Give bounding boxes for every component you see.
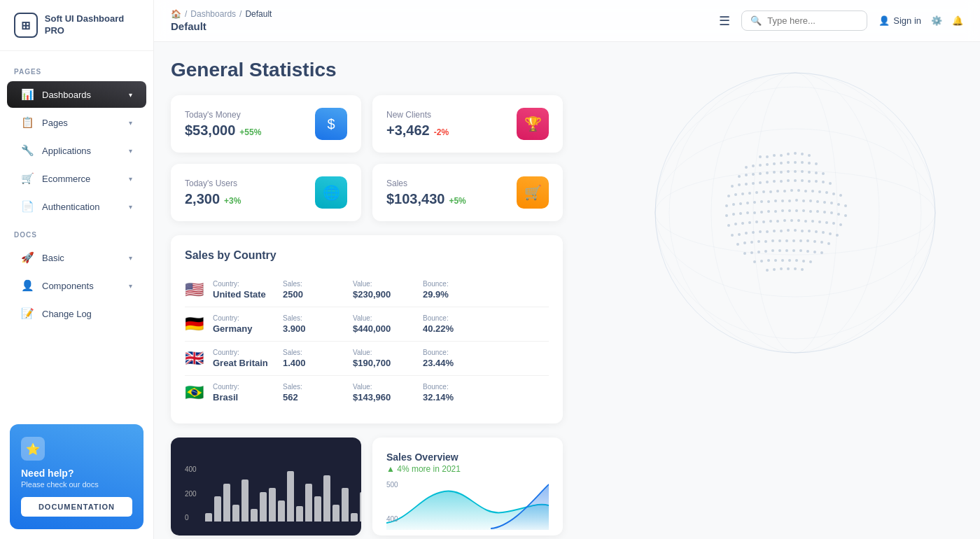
svg-point-25 bbox=[815, 162, 818, 165]
bar bbox=[223, 484, 230, 522]
sidebar-item-components[interactable]: 👤 Components ▾ bbox=[7, 272, 146, 299]
sign-in-label: Sign in bbox=[893, 15, 921, 26]
svg-point-24 bbox=[808, 162, 811, 164]
svg-point-94 bbox=[760, 211, 763, 214]
stat-label-sales: Sales bbox=[386, 178, 466, 188]
svg-point-19 bbox=[773, 162, 776, 165]
chevron-down-icon: ▾ bbox=[129, 147, 132, 155]
header: 🏠 / Dashboards / Default Default ☰ 🔍 👤 S… bbox=[154, 0, 980, 42]
home-icon: 🏠 bbox=[171, 9, 181, 19]
svg-point-166 bbox=[753, 260, 756, 263]
svg-point-153 bbox=[827, 242, 830, 245]
svg-point-6 bbox=[669, 73, 921, 353]
header-actions: 👤 Sign in ⚙️ 🔔 bbox=[878, 15, 963, 26]
svg-point-119 bbox=[811, 220, 814, 223]
svg-point-133 bbox=[794, 229, 797, 232]
svg-point-58 bbox=[755, 191, 758, 194]
sidebar-item-applications[interactable]: 🔧 Applications ▾ bbox=[7, 137, 146, 164]
bar-chart-y-200: 200 bbox=[185, 490, 197, 498]
svg-point-97 bbox=[781, 209, 784, 212]
svg-point-1 bbox=[655, 171, 935, 255]
svg-point-53 bbox=[829, 182, 832, 185]
svg-point-52 bbox=[822, 181, 825, 183]
svg-point-90 bbox=[732, 213, 735, 216]
notifications-button[interactable]: 🔔 bbox=[952, 15, 963, 26]
svg-point-7 bbox=[759, 155, 762, 158]
trophy-icon: 🏆 bbox=[524, 115, 542, 132]
svg-point-140 bbox=[736, 243, 739, 246]
svg-point-91 bbox=[739, 212, 742, 215]
svg-point-109 bbox=[741, 222, 744, 225]
country-info: Country: Brasil Sales: 562 Value: $143,9… bbox=[213, 383, 549, 402]
svg-point-3 bbox=[655, 87, 935, 339]
changelog-icon: 📝 bbox=[21, 307, 34, 320]
sign-in-button[interactable]: 👤 Sign in bbox=[878, 15, 921, 26]
svg-point-169 bbox=[774, 259, 777, 262]
breadcrumb-dashboards[interactable]: Dashboards bbox=[190, 9, 236, 19]
svg-point-2 bbox=[655, 129, 935, 297]
breadcrumb-current: Default bbox=[245, 9, 272, 19]
country-col-bounce: Bounce: 23.44% bbox=[423, 349, 479, 368]
svg-point-145 bbox=[771, 239, 774, 242]
svg-point-46 bbox=[780, 180, 783, 183]
svg-point-27 bbox=[745, 174, 748, 176]
svg-point-139 bbox=[836, 234, 839, 237]
svg-point-105 bbox=[837, 213, 840, 216]
sidebar-item-changelog[interactable]: 📝 Change Log bbox=[7, 300, 146, 327]
svg-point-159 bbox=[778, 249, 781, 252]
stat-icon-users: 🌐 bbox=[315, 176, 347, 209]
svg-point-49 bbox=[801, 179, 804, 182]
sidebar-label-ecommerce: Ecommerce bbox=[42, 174, 90, 184]
svg-point-132 bbox=[787, 229, 790, 232]
sidebar-item-authentication[interactable]: 📄 Authentication ▾ bbox=[7, 193, 146, 220]
breadcrumb-sep2: / bbox=[239, 9, 241, 19]
sidebar-label-changelog: Change Log bbox=[42, 309, 92, 319]
chevron-down-icon: ▾ bbox=[129, 119, 132, 127]
dollar-icon: $ bbox=[327, 116, 335, 132]
svg-point-88 bbox=[844, 204, 847, 207]
svg-point-74 bbox=[746, 202, 749, 204]
documentation-button[interactable]: DOCUMENTATION bbox=[21, 497, 132, 517]
country-col-bounce: Bounce: 32.14% bbox=[423, 383, 479, 402]
country-col-name: Country: Germany bbox=[213, 314, 269, 334]
bar bbox=[351, 513, 358, 522]
stat-change-sales: +5% bbox=[449, 196, 465, 206]
svg-point-87 bbox=[837, 203, 840, 206]
search-box: 🔍 bbox=[741, 10, 867, 31]
svg-point-111 bbox=[755, 220, 758, 223]
header-left: 🏠 / Dashboards / Default Default bbox=[171, 9, 272, 32]
sidebar-item-basic[interactable]: 🚀 Basic ▾ bbox=[7, 244, 146, 271]
sales-by-country-card: Sales by Country 🇺🇸 Country: United Stat… bbox=[171, 235, 563, 424]
sidebar-item-ecommerce[interactable]: 🛒 Ecommerce ▾ bbox=[7, 165, 146, 192]
svg-point-57 bbox=[748, 192, 751, 195]
country-col-sales: Sales: 3.900 bbox=[283, 314, 339, 334]
svg-point-84 bbox=[816, 200, 819, 203]
search-input[interactable] bbox=[767, 15, 851, 26]
dashboards-icon: 📊 bbox=[21, 88, 34, 101]
svg-point-43 bbox=[759, 181, 762, 184]
svg-point-28 bbox=[752, 173, 755, 176]
svg-point-108 bbox=[734, 223, 737, 225]
svg-point-40 bbox=[738, 183, 741, 186]
hamburger-icon[interactable]: ☰ bbox=[719, 13, 730, 29]
svg-point-155 bbox=[750, 251, 753, 254]
settings-button[interactable]: ⚙️ bbox=[931, 15, 942, 26]
svg-point-158 bbox=[771, 249, 774, 252]
svg-point-147 bbox=[785, 239, 788, 242]
svg-point-35 bbox=[801, 170, 804, 173]
sidebar-item-dashboards[interactable]: 📊 Dashboards ▾ bbox=[7, 81, 146, 108]
logo-icon: ⊞ bbox=[14, 13, 38, 38]
svg-point-98 bbox=[788, 209, 791, 212]
bar bbox=[251, 509, 258, 522]
chevron-down-icon: ▾ bbox=[129, 282, 132, 290]
help-card-star-icon: ⭐ bbox=[21, 437, 45, 461]
svg-point-146 bbox=[778, 239, 781, 242]
svg-point-66 bbox=[811, 190, 814, 192]
svg-point-106 bbox=[844, 214, 847, 217]
svg-point-162 bbox=[799, 249, 802, 252]
svg-point-92 bbox=[746, 211, 749, 214]
sidebar-item-pages[interactable]: 📋 Pages ▾ bbox=[7, 109, 146, 136]
svg-point-113 bbox=[769, 220, 772, 223]
stat-card-clients: New Clients +3,462-2% 🏆 bbox=[372, 95, 563, 153]
help-card: ⭐ Need help? Please check our docs DOCUM… bbox=[10, 424, 144, 529]
